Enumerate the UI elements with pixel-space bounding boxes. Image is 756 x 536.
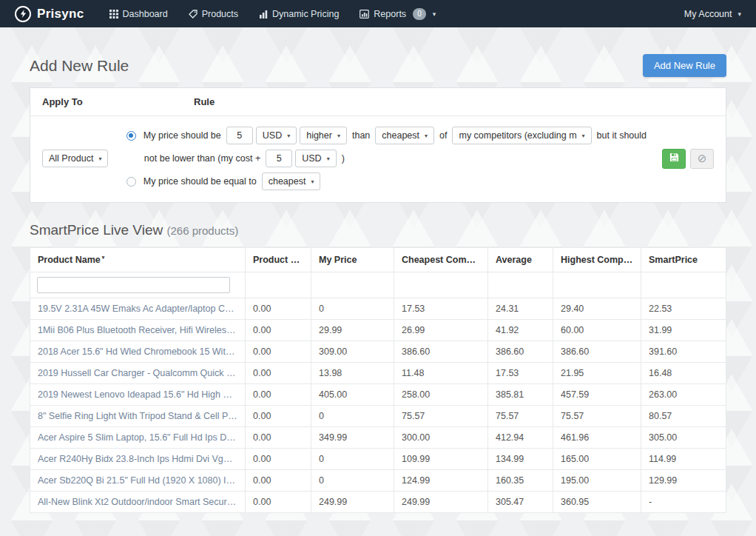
competitors-select[interactable]: my competitors (excluding m ▾	[452, 127, 591, 144]
highest-competitor-cell: 360.95	[553, 492, 641, 513]
rule-text: but it should	[597, 130, 647, 141]
product-name-filter-input[interactable]	[37, 277, 230, 293]
rule-2-radio[interactable]	[126, 177, 136, 187]
apply-to-header: Apply To	[42, 96, 194, 107]
cheapest-competitor-cell: 300.00	[394, 427, 488, 449]
chevron-down-icon: ▾	[327, 155, 330, 162]
highest-competitor-cell: 386.60	[553, 341, 641, 363]
bar-chart-icon	[259, 10, 268, 19]
slash-circle-icon: ⊘	[698, 152, 707, 165]
my-price-cell: 0	[311, 449, 394, 470]
apply-to-value: All Product	[49, 153, 93, 164]
product-cost-cell: 0.00	[246, 384, 311, 406]
col-average[interactable]: Average	[488, 248, 553, 272]
col-cheapest-competitor[interactable]: Cheapest Competitor	[394, 248, 488, 272]
save-rule-button[interactable]	[662, 149, 686, 169]
save-floppy-icon	[669, 152, 679, 165]
cheapest-competitor-cell: 124.99	[394, 470, 488, 492]
top-navbar: Prisync Dashboard Products	[0, 0, 756, 27]
apply-to-select[interactable]: All Product ▾	[42, 150, 108, 167]
nav-dashboard[interactable]: Dashboard	[109, 9, 168, 19]
nav-dynamic-pricing[interactable]: Dynamic Pricing	[259, 9, 339, 19]
product-name-cell[interactable]: 1Mii B06 Plus Bluetooth Receiver, Hifi W…	[30, 320, 246, 341]
product-name-cell[interactable]: Acer Sb220Q Bi 21.5" Full Hd (1920 X 108…	[30, 470, 246, 492]
cheapest-competitor-cell: 26.99	[394, 320, 488, 341]
col-my-price[interactable]: My Price	[311, 248, 394, 272]
smartprice-cell: 16.48	[641, 363, 726, 384]
chevron-down-icon: ▾	[311, 178, 314, 185]
rule-text: not be lower than (my cost +	[144, 153, 260, 164]
rule-1-radio[interactable]	[126, 131, 136, 141]
currency-select[interactable]: USD ▾	[256, 127, 297, 144]
col-label: Cheapest Competitor	[402, 255, 488, 265]
direction-select[interactable]: higher ▾	[300, 127, 347, 144]
page-header: Add New Rule Add New Rule	[30, 54, 726, 77]
equal-comparison-value: cheapest	[269, 176, 306, 187]
cheapest-competitor-cell: 109.99	[394, 449, 488, 470]
section-title-text: SmartPrice Live View	[30, 222, 163, 238]
product-name-cell[interactable]: 2019 Newest Lenovo Ideapad 15.6" Hd High…	[30, 384, 246, 406]
average-cell: 41.92	[488, 320, 553, 341]
chevron-down-icon: ▾	[582, 133, 585, 139]
cheapest-competitor-cell: 249.99	[394, 492, 488, 513]
table-row: 8" Selfie Ring Light With Tripod Stand &…	[30, 406, 726, 427]
product-name-cell[interactable]: Acer Aspire 5 Slim Laptop, 15.6" Full Hd…	[30, 427, 246, 449]
my-account-menu[interactable]: My Account ▾	[684, 9, 741, 19]
prisync-logo-icon	[15, 6, 31, 22]
product-name-cell[interactable]: Acer R240Hy Bidx 23.8-Inch Ips Hdmi Dvi …	[30, 449, 246, 470]
my-price-cell: 13.98	[311, 363, 394, 384]
cost-plus-amount-input[interactable]	[266, 150, 292, 167]
direction-value: higher	[306, 130, 332, 141]
page-content: Add New Rule Add New Rule Apply To Rule …	[0, 27, 756, 536]
filter-cell-empty	[488, 272, 553, 298]
col-product-name[interactable]: Product Name▾	[30, 248, 246, 272]
chevron-down-icon: ▾	[287, 133, 290, 139]
rule-option-1-line-2: not be lower than (my cost + USD ▾ )	[141, 150, 650, 167]
nav-products[interactable]: Products	[189, 9, 238, 19]
add-new-rule-button[interactable]: Add New Rule	[643, 54, 726, 77]
table-row: 1Mii B06 Plus Bluetooth Receiver, Hifi W…	[30, 320, 726, 341]
rule-text: than	[352, 130, 370, 141]
product-name-cell[interactable]: 2018 Acer 15.6" Hd Wled Chromebook 15 Wi…	[30, 341, 246, 363]
rule-text: )	[342, 153, 345, 164]
product-name-cell[interactable]: 8" Selfie Ring Light With Tripod Stand &…	[30, 406, 246, 427]
product-name-cell[interactable]: 19.5V 2.31A 45W Emaks Ac Adapter/laptop …	[30, 298, 246, 320]
my-price-cell: 0	[311, 470, 394, 492]
smartprice-section-title: SmartPrice Live View (266 products)	[30, 222, 726, 238]
my-price-cell: 349.99	[311, 427, 394, 449]
average-cell: 412.94	[488, 427, 553, 449]
highest-competitor-cell: 461.96	[553, 427, 641, 449]
col-highest-competitor[interactable]: Highest Competitor	[553, 248, 641, 272]
disable-rule-button[interactable]: ⊘	[690, 149, 714, 169]
table-row: 2018 Acer 15.6" Hd Wled Chromebook 15 Wi…	[30, 341, 726, 363]
amount-input[interactable]	[226, 127, 253, 144]
product-name-cell[interactable]: All-New Blink Xt2 Outdoor/indoor Smart S…	[30, 492, 246, 513]
smartprice-cell: 305.00	[641, 427, 726, 449]
nav-dynamic-pricing-label: Dynamic Pricing	[272, 9, 339, 19]
table-header-row: Product Name▾ Product Cost▾ My Price Che…	[30, 248, 726, 272]
rule-panel-header: Apply To Rule	[30, 88, 726, 116]
smartprice-cell: 114.99	[641, 449, 726, 470]
filter-cell-empty	[246, 272, 311, 298]
filter-cell-empty	[641, 272, 726, 298]
col-smartprice[interactable]: SmartPrice	[641, 248, 726, 272]
nav-products-label: Products	[202, 9, 238, 19]
smartprice-table: Product Name▾ Product Cost▾ My Price Che…	[30, 247, 726, 513]
brand[interactable]: Prisync	[15, 6, 84, 22]
my-price-cell: 0	[311, 406, 394, 427]
comparison-value: cheapest	[382, 130, 419, 141]
nav-reports[interactable]: Reports 0 ▾	[360, 8, 436, 20]
rule-text: of	[439, 130, 447, 141]
product-cost-cell: 0.00	[246, 449, 311, 470]
comparison-select[interactable]: cheapest ▾	[375, 127, 434, 144]
product-name-cell[interactable]: 2019 Hussell Car Charger - Qualcomm Quic…	[30, 363, 246, 384]
highest-competitor-cell: 457.59	[553, 384, 641, 406]
cost-plus-currency-select[interactable]: USD ▾	[295, 150, 336, 167]
average-cell: 17.53	[488, 363, 553, 384]
col-product-cost[interactable]: Product Cost▾	[246, 248, 311, 272]
product-cost-cell: 0.00	[246, 363, 311, 384]
equal-comparison-select[interactable]: cheapest ▾	[262, 172, 321, 190]
table-row: 2019 Hussell Car Charger - Qualcomm Quic…	[30, 363, 726, 384]
average-cell: 24.31	[488, 298, 553, 320]
filter-cell	[30, 272, 246, 298]
